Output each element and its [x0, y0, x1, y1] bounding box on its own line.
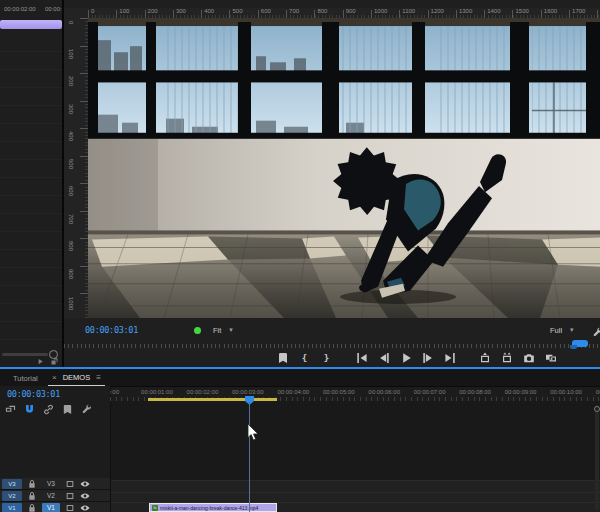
pmh-label: 300: [176, 8, 186, 14]
pmv-label: 300: [68, 104, 74, 114]
lock-icon[interactable]: [27, 479, 37, 489]
tl-ruler-label: 00:00:01:00: [141, 389, 173, 395]
source-patch-badge[interactable]: V3: [2, 479, 22, 489]
effect-controls-clip-bar[interactable]: [0, 20, 62, 29]
tl-ruler-label: 00:00:06:00: [368, 389, 400, 395]
effect-controls-scrollbar[interactable]: [2, 353, 48, 356]
track-name[interactable]: V2: [42, 492, 60, 499]
pmh-label: 1300: [459, 8, 472, 14]
tab-active-group: × DEMOS ≡: [48, 369, 105, 386]
premiere-workspace: 00:00:02:0000:00:0 010020030040050060070…: [0, 0, 600, 512]
track-output-eye-icon[interactable]: [80, 479, 90, 489]
zoom-level-select[interactable]: Fit ▾: [209, 323, 237, 337]
ecr-label: 00:00:0: [45, 6, 62, 12]
add-marker-icon[interactable]: [61, 403, 73, 415]
pmv-label: 0: [68, 21, 74, 24]
pmv-label: 900: [68, 269, 74, 279]
playback-resolution-value: Full: [550, 326, 562, 335]
comparison-view-icon[interactable]: [544, 352, 557, 365]
timeline-vertical-scrollbar[interactable]: [595, 405, 599, 510]
timeline-clip[interactable]: fx mixkit-a-man-dancing-break-dance-413.…: [149, 503, 277, 512]
step-forward-icon[interactable]: [421, 352, 434, 365]
ecr-label: 00:00:02:00: [4, 6, 36, 12]
pmv-label: 200: [68, 76, 74, 86]
pmv-label: 1000: [68, 297, 74, 310]
linked-selection-icon[interactable]: [42, 403, 54, 415]
tl-ruler-label: 00:00:07:00: [414, 389, 446, 395]
mark-in-icon[interactable]: {: [298, 352, 311, 365]
pmh-label: 1500: [516, 8, 529, 14]
panel-menu-icon[interactable]: ≡: [96, 373, 101, 382]
timeline-timecode[interactable]: 00:00:03:01: [7, 389, 60, 399]
track-name[interactable]: V3: [42, 480, 60, 487]
in-out-range-bar[interactable]: [148, 398, 277, 401]
tl-ruler-label: 00:00: [110, 389, 119, 395]
pmh-label: 400: [204, 8, 214, 14]
effect-controls-panel: 00:00:02:0000:00:0: [0, 0, 64, 367]
source-patch-badge[interactable]: V2: [2, 491, 22, 501]
close-icon[interactable]: ×: [52, 373, 57, 382]
track-header-v3: V3V3: [0, 478, 110, 490]
track-header-v1: V1V1: [0, 502, 110, 512]
zoom-level-value: Fit: [213, 326, 221, 335]
chevron-down-icon: ▾: [570, 326, 574, 334]
program-monitor-panel: 0100200300400500600700800900100011001200…: [64, 0, 600, 367]
settings-wrench-icon[interactable]: [80, 403, 92, 415]
go-to-in-icon[interactable]: [355, 352, 368, 365]
mini-export-icon[interactable]: [50, 357, 59, 366]
pmv-label: 700: [68, 214, 74, 224]
program-video-frame[interactable]: [88, 18, 600, 318]
chevron-down-icon: ▾: [229, 326, 233, 334]
monitor-timecode[interactable]: 00:00:03:01: [85, 325, 138, 335]
tl-ruler-label: 00:00:10:00: [550, 389, 582, 395]
monitor-vertical-ruler: 01002003004005006007008009001000: [64, 18, 89, 318]
track-output-eye-icon[interactable]: [80, 491, 90, 501]
effect-controls-bottom-icons: [36, 357, 59, 366]
pmh-label: 600: [261, 8, 271, 14]
pmh-label: 1600: [544, 8, 557, 14]
lift-icon[interactable]: [478, 352, 491, 365]
monitor-scrub-bar[interactable]: [64, 341, 600, 348]
tl-ruler-label: 00:00:11:00: [596, 389, 600, 395]
go-to-out-icon[interactable]: [443, 352, 456, 365]
track-header-v2: V2V2: [0, 490, 110, 502]
pmv-label: 800: [68, 241, 74, 251]
track-output-eye-icon[interactable]: [80, 503, 90, 512]
tab-tutorial[interactable]: Tutorial: [13, 374, 38, 383]
pmh-label: 1200: [431, 8, 444, 14]
sync-lock-icon[interactable]: [65, 503, 75, 512]
pmh-label: 500: [233, 8, 243, 14]
pmh-label: 200: [148, 8, 158, 14]
lock-icon[interactable]: [27, 503, 37, 512]
tab-demos[interactable]: DEMOS: [63, 373, 91, 382]
pmv-label: 500: [68, 159, 74, 169]
source-patch-badge[interactable]: V1: [2, 503, 22, 512]
sync-lock-icon[interactable]: [65, 491, 75, 501]
pmh-label: 800: [317, 8, 327, 14]
export-frame-icon[interactable]: [522, 352, 535, 365]
play-icon[interactable]: [399, 352, 412, 365]
playhead-line: [249, 402, 250, 512]
pmh-label: 900: [346, 8, 356, 14]
scrollbar-knob[interactable]: [594, 406, 600, 412]
mark-out-icon[interactable]: }: [320, 352, 333, 365]
nested-sequence-icon[interactable]: [4, 403, 16, 415]
snap-icon[interactable]: [23, 403, 35, 415]
pmh-label: 1100: [402, 8, 415, 14]
pmh-label: 1700: [572, 8, 585, 14]
sync-lock-icon[interactable]: [65, 479, 75, 489]
pmh-label: 1000: [374, 8, 387, 14]
tl-ruler-label: 00:00:04:00: [277, 389, 309, 395]
monitor-settings-wrench-icon[interactable]: [592, 324, 600, 335]
tl-ruler-label: 00:00:02:00: [187, 389, 219, 395]
extract-icon[interactable]: [500, 352, 513, 365]
lock-icon[interactable]: [27, 491, 37, 501]
tl-ruler-label: 00:00:09:00: [505, 389, 537, 395]
track-name[interactable]: V1: [42, 503, 60, 512]
clip-label: mixkit-a-man-dancing-break-dance-413.mp4: [160, 505, 258, 511]
add-marker-icon[interactable]: [276, 352, 289, 365]
playback-resolution-select[interactable]: Full ▾: [546, 323, 578, 337]
mini-play-icon[interactable]: [36, 357, 45, 366]
monitor-scroll-thumb[interactable]: [572, 340, 588, 347]
step-back-icon[interactable]: [377, 352, 390, 365]
